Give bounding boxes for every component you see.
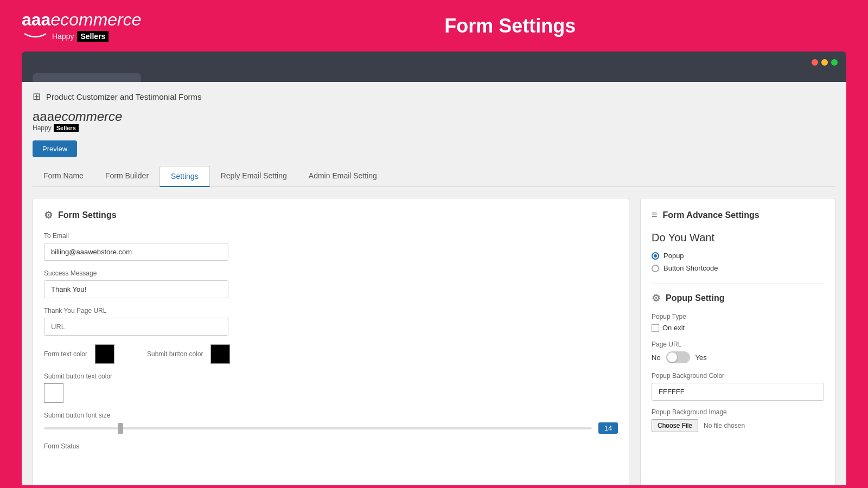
tab-settings[interactable]: Settings bbox=[159, 166, 210, 187]
do-you-want-title: Do You Want bbox=[652, 232, 824, 244]
logo-text: aaaecommerce bbox=[22, 10, 142, 30]
page-title: Form Settings bbox=[174, 15, 846, 37]
browser-bar bbox=[22, 52, 846, 73]
brand-happy: Happy bbox=[33, 124, 52, 132]
page-url-label: Page URL bbox=[652, 341, 824, 348]
brand-sub: Happy Sellers bbox=[33, 124, 835, 132]
tabs-nav: Form Name Form Builder Settings Reply Em… bbox=[33, 166, 835, 187]
popup-bg-color-label: Popup Background Color bbox=[652, 372, 824, 380]
plugin-grid-icon: ⊞ bbox=[33, 91, 41, 102]
popup-bg-image-field-group: Popup Background Image Choose File No fi… bbox=[652, 408, 824, 432]
content-area: ⊞ Product Customizer and Testimonial For… bbox=[22, 82, 846, 485]
dot-green[interactable] bbox=[831, 59, 838, 66]
toggle-yes-label: Yes bbox=[695, 354, 707, 362]
radio-shortcode-label: Button Shortcode bbox=[663, 264, 718, 272]
advance-title-text: Form Advance Settings bbox=[663, 210, 760, 220]
left-panel-title-text: Form Settings bbox=[58, 210, 117, 220]
advance-settings-title: ≡ Form Advance Settings bbox=[652, 209, 824, 221]
logo-brand: aaa bbox=[22, 10, 50, 29]
brand-italic: ecommerce bbox=[54, 109, 122, 124]
submit-btn-color-swatch[interactable] bbox=[210, 344, 230, 364]
slider-thumb[interactable] bbox=[118, 423, 123, 434]
success-message-input[interactable] bbox=[44, 280, 228, 298]
toggle-thumb bbox=[667, 352, 677, 362]
page-url-field-group: Page URL No Yes bbox=[652, 341, 824, 363]
top-header: aaaecommerce Happy Sellers Form Settings bbox=[0, 0, 868, 52]
submit-text-color-field-group: Submit button text color bbox=[44, 373, 618, 403]
left-panel: ⚙ Form Settings To Email Success Message… bbox=[33, 198, 629, 485]
form-status-field-group: Form Status bbox=[44, 442, 618, 450]
on-exit-checkbox[interactable] bbox=[652, 324, 659, 332]
form-text-color-label: Form text color bbox=[44, 350, 87, 358]
advance-icon: ≡ bbox=[652, 209, 658, 221]
on-exit-label: On exit bbox=[662, 324, 685, 332]
logo-sellers-badge: Sellers bbox=[77, 31, 108, 42]
radio-popup-label: Popup bbox=[663, 252, 684, 260]
logo-smile-icon bbox=[22, 33, 49, 40]
thankyou-url-label: Thank You Page URL bbox=[44, 307, 618, 314]
submit-btn-color-label: Submit button color bbox=[147, 350, 203, 358]
slider-container: 14 bbox=[44, 422, 618, 434]
tab-admin-email[interactable]: Admin Email Setting bbox=[298, 166, 388, 187]
panels-container: ⚙ Form Settings To Email Success Message… bbox=[33, 198, 835, 485]
popup-type-label: Popup Type bbox=[652, 313, 824, 320]
color-row: Form text color Submit button color bbox=[44, 344, 618, 364]
popup-bg-color-row: Popup Background Color bbox=[652, 372, 824, 401]
font-size-slider-row: Submit button font size 14 bbox=[44, 412, 618, 434]
form-text-color-swatch[interactable] bbox=[95, 344, 114, 364]
success-message-label: Success Message bbox=[44, 269, 618, 277]
left-panel-title: ⚙ Form Settings bbox=[44, 209, 618, 221]
popup-bg-image-label: Popup Background Image bbox=[652, 408, 824, 416]
dot-yellow[interactable] bbox=[821, 59, 828, 66]
radio-button-shortcode[interactable]: Button Shortcode bbox=[652, 264, 824, 272]
brand-area: aaaecommerce Happy Sellers bbox=[33, 109, 835, 132]
form-text-color-item: Form text color bbox=[44, 344, 114, 364]
browser-dots bbox=[812, 59, 838, 66]
brand-sellers-badge: Sellers bbox=[54, 124, 79, 132]
submit-btn-color-item: Submit button color bbox=[147, 344, 230, 364]
choose-file-button[interactable]: Choose File bbox=[652, 419, 698, 432]
on-exit-checkbox-row[interactable]: On exit bbox=[652, 324, 824, 332]
tab-form-name[interactable]: Form Name bbox=[33, 166, 94, 187]
popup-setting-label: Popup Setting bbox=[666, 293, 724, 303]
popup-bg-color-input[interactable] bbox=[652, 383, 824, 401]
logo-happy: Happy bbox=[52, 32, 74, 41]
success-message-field-group: Success Message bbox=[44, 269, 618, 298]
divider bbox=[652, 283, 824, 284]
plugin-header: ⊞ Product Customizer and Testimonial For… bbox=[33, 91, 835, 102]
popup-setting-title: ⚙ Popup Setting bbox=[652, 292, 824, 304]
popup-type-field-group: Popup Type On exit bbox=[652, 313, 824, 332]
browser-tab bbox=[33, 73, 141, 82]
to-email-label: To Email bbox=[44, 232, 618, 240]
slider-track[interactable] bbox=[44, 427, 592, 429]
font-size-label: Submit button font size bbox=[44, 412, 618, 419]
submit-text-color-swatch[interactable] bbox=[44, 383, 63, 403]
preview-button[interactable]: Preview bbox=[33, 140, 77, 157]
page-url-toggle-row: No Yes bbox=[652, 351, 824, 363]
to-email-field-group: To Email bbox=[44, 232, 618, 261]
thankyou-url-field-group: Thank You Page URL bbox=[44, 307, 618, 336]
tab-reply-email[interactable]: Reply Email Setting bbox=[210, 166, 298, 187]
tab-form-builder[interactable]: Form Builder bbox=[94, 166, 159, 187]
logo-sub: Happy Sellers bbox=[22, 31, 142, 42]
brand-prefix: aaa bbox=[33, 109, 54, 124]
logo-brand-italic: ecommerce bbox=[50, 10, 141, 29]
logo-area: aaaecommerce Happy Sellers bbox=[22, 10, 142, 42]
submit-text-color-label: Submit button text color bbox=[44, 373, 618, 380]
slider-value: 14 bbox=[598, 422, 618, 434]
page-url-toggle[interactable] bbox=[666, 351, 690, 363]
radio-popup[interactable]: Popup bbox=[652, 252, 824, 260]
brand-name: aaaecommerce bbox=[33, 109, 835, 124]
radio-popup-dot bbox=[652, 252, 659, 260]
form-status-label: Form Status bbox=[44, 442, 618, 450]
plugin-title: Product Customizer and Testimonial Forms bbox=[46, 92, 202, 101]
thankyou-url-input[interactable] bbox=[44, 318, 228, 336]
do-you-want-radio-group: Popup Button Shortcode bbox=[652, 252, 824, 272]
file-row: Choose File No file chosen bbox=[652, 419, 824, 432]
dot-red[interactable] bbox=[812, 59, 818, 66]
no-file-text: No file chosen bbox=[704, 422, 745, 429]
right-panel: ≡ Form Advance Settings Do You Want Popu… bbox=[640, 198, 835, 485]
popup-gear-icon: ⚙ bbox=[652, 292, 660, 304]
to-email-input[interactable] bbox=[44, 243, 228, 261]
browser-tab-bar bbox=[22, 73, 846, 82]
